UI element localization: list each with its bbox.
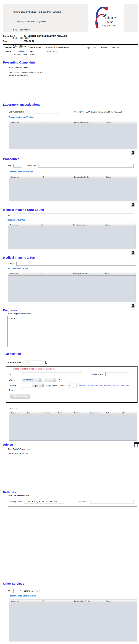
column-header: Drug ID bbox=[10, 411, 26, 415]
consultant-input[interactable] bbox=[90, 500, 134, 504]
lab-investigation-input[interactable] bbox=[27, 110, 61, 114]
column-header: Fequency bbox=[41, 411, 57, 415]
section-title-advice: Advice bbox=[3, 443, 13, 446]
procedures-table: DepartmentIDInvestigation/ServiceStatus bbox=[9, 175, 137, 201]
drug-list-delete-button[interactable] bbox=[134, 443, 139, 447]
xray-table-body bbox=[8, 276, 136, 302]
column-header: Investigation/Service bbox=[73, 176, 105, 179]
column-header: Way bbox=[57, 411, 73, 415]
logo-future-label: Future bbox=[100, 16, 119, 20]
procedures-qty-input[interactable] bbox=[14, 164, 22, 168]
procedures-label: Procedures : bbox=[26, 164, 37, 167]
column-header: Investigation/Service bbox=[72, 223, 104, 227]
column-header: ID bbox=[40, 272, 72, 276]
diagnosis-label: Enter Diagnosis Details Here bbox=[8, 313, 139, 315]
procedures-table-header: DepartmentIDInvestigation/ServiceStatus bbox=[10, 176, 136, 179]
drug-suggestion-warning: Please select the Drug from Drug suggess… bbox=[13, 368, 134, 370]
uss-clear-trash-button[interactable]: ↻ bbox=[131, 250, 135, 255]
uss-table-header: DepartmentIDInvestigation/ServiceStatus bbox=[8, 223, 136, 227]
xray-table: DepartmentIDInvestigation/ServiceStatus bbox=[8, 272, 136, 302]
drug-label: Drug bbox=[9, 373, 21, 375]
chevron-down-icon: ▼ bbox=[39, 378, 42, 382]
refresh-prescription-button[interactable] bbox=[44, 360, 48, 365]
section-title-presenting-complaints: Presenting Complaints bbox=[3, 61, 139, 64]
heart-icon: ♥ bbox=[108, 21, 110, 24]
lab-clear-trash-button[interactable]: ↻ bbox=[131, 150, 135, 155]
uss-table-body bbox=[8, 227, 136, 249]
procedures-table-body bbox=[10, 179, 136, 201]
company-address: Le Chainter,Victoria,Mahe,Seychelles T: … bbox=[13, 15, 73, 61]
trash-icon bbox=[134, 443, 138, 447]
uss-table: DepartmentIDInvestigation/ServiceStatus bbox=[8, 223, 136, 250]
trash-icon: ↻ bbox=[132, 304, 134, 307]
trash-icon: ↻ bbox=[132, 203, 134, 206]
column-header: Duration bbox=[73, 411, 89, 415]
other-services-table-body bbox=[10, 603, 136, 641]
drug-input[interactable] bbox=[22, 372, 82, 376]
section-title-other-services: Other Services bbox=[3, 582, 139, 586]
duration-input[interactable] bbox=[21, 384, 30, 388]
column-header: ID bbox=[41, 121, 73, 124]
other-services-label: Other Services : bbox=[24, 590, 38, 592]
diagnosis-textarea[interactable]: BI-RADS 2 bbox=[8, 316, 137, 347]
referred-by-label: Reffered By : bbox=[72, 111, 84, 113]
reffering-doctor-input[interactable] bbox=[24, 500, 64, 504]
recommended-procedures-label: Recommended Procedures bbox=[9, 171, 139, 173]
consultant-label: Consultant bbox=[78, 501, 86, 503]
phone-line-2: T: +24 84 225 252 bbox=[13, 37, 73, 40]
xray-label: X-Rays : bbox=[8, 262, 15, 265]
column-header: Duration Type bbox=[89, 411, 105, 415]
frequency-select[interactable]: OD ▼ bbox=[44, 378, 56, 382]
way-label: Way bbox=[9, 379, 21, 381]
per-meal-input[interactable] bbox=[68, 384, 77, 388]
xray-input[interactable] bbox=[16, 262, 136, 266]
uss-input[interactable] bbox=[15, 213, 134, 217]
total-label: Total bbox=[9, 389, 21, 391]
way-qty-input[interactable] bbox=[58, 378, 65, 382]
column-header: ID bbox=[41, 176, 73, 179]
advice-textarea[interactable]: SEND TO MAMMOGRAM bbox=[8, 451, 137, 484]
prescription-id-label: Prescription ID : bbox=[8, 361, 24, 364]
procedures-input[interactable] bbox=[38, 164, 134, 168]
logo-care-label: C♥re bbox=[100, 20, 119, 24]
section-title-xray: Medical Imaging X-Ray bbox=[3, 256, 139, 260]
duration-label: Duration : bbox=[9, 384, 21, 387]
column-header: Department bbox=[8, 223, 40, 227]
duration-type-select[interactable]: Day/s ▼ bbox=[32, 384, 44, 388]
per-meal-label: Drugs/Tablets per meal : bbox=[46, 384, 66, 387]
lab-testings-table: DepartmentIDInvestigation/ServiceStatus bbox=[9, 120, 137, 149]
column-header: ID bbox=[40, 223, 72, 227]
column-header: Drug bbox=[26, 411, 42, 415]
recommended-xrays-label: Recommended X-Rays bbox=[8, 267, 139, 270]
uss-label: USS : bbox=[8, 214, 13, 216]
gender-value: Female bbox=[112, 46, 119, 49]
drug-list-table: Drug IDDrugFequencyWayDurationDuration T… bbox=[9, 411, 137, 441]
complaints-textarea[interactable]: BREAST USS REPORT TODAY: BI-RADS 2 SEND … bbox=[8, 70, 137, 91]
reffering-doctor-label: Reffering Doctor bbox=[9, 501, 22, 503]
section-title-laboratory: Laboratory Investigations bbox=[3, 103, 139, 106]
special-notes-input[interactable] bbox=[105, 372, 129, 376]
prescription-id-input[interactable] bbox=[25, 360, 42, 364]
way-select[interactable]: Before Meal ▼ bbox=[22, 378, 42, 382]
duration-type-value: Day/s bbox=[33, 384, 38, 386]
add-drug-button[interactable]: + Add Drug bbox=[10, 394, 30, 399]
age-value: 64 bbox=[94, 46, 101, 49]
refferals-subtitle: Select the needed Refferal bbox=[8, 494, 139, 497]
lab-investigation-label: Lab Investingation : bbox=[9, 111, 26, 113]
chevron-down-icon: ▼ bbox=[53, 378, 56, 382]
section-title-refferals: Refferals bbox=[3, 490, 139, 494]
company-logo: Future C♥re Body Mind Soul bbox=[88, 4, 124, 32]
gender-label: Gender bbox=[101, 46, 110, 49]
other-services-input[interactable] bbox=[39, 589, 135, 593]
xray-clear-trash-button[interactable]: ↻ bbox=[131, 303, 135, 308]
other-services-table-header: DepartmentIDInvestigation / ServiceStatu… bbox=[10, 600, 136, 603]
referred-by-value: LEONEL ENRIQUE GUERRA ROSALES bbox=[86, 111, 122, 113]
procedures-clear-trash-button[interactable]: ↻ bbox=[131, 202, 135, 207]
drug-list-label: Drug List bbox=[9, 407, 139, 410]
special-notes-label: Special Notes : bbox=[91, 373, 104, 375]
column-header: Department bbox=[10, 600, 41, 603]
other-services-qty-input[interactable] bbox=[14, 589, 22, 593]
lab-table-header: DepartmentIDInvestigation/ServiceStatus bbox=[10, 121, 136, 124]
trash-icon: ↻ bbox=[132, 151, 134, 154]
column-header: Status bbox=[104, 223, 136, 227]
